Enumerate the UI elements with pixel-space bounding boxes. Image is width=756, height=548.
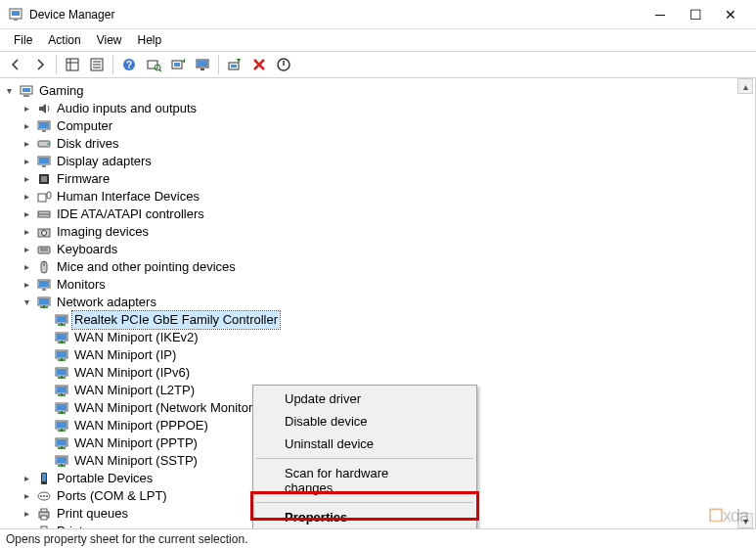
expand-arrow-icon[interactable]: ▸ — [20, 278, 33, 292]
tree-category[interactable]: ▾Network adapters — [2, 294, 753, 311]
ctx-disable-device[interactable]: Disable device — [255, 410, 474, 433]
tree-item-label: Portable Devices — [55, 470, 155, 487]
tree-root[interactable]: ▾Gaming — [2, 82, 753, 100]
toolbar-separator — [218, 55, 219, 74]
svg-point-75 — [46, 495, 48, 497]
expand-arrow-icon[interactable]: ▸ — [20, 260, 33, 274]
maximize-button[interactable]: ☐ — [678, 1, 713, 28]
tree-category[interactable]: ▸Display adapters — [2, 153, 753, 170]
expand-arrow-icon[interactable]: ▸ — [20, 155, 33, 168]
back-button[interactable] — [4, 53, 27, 76]
network-icon — [54, 400, 69, 416]
expand-arrow-icon[interactable]: ▾ — [2, 84, 16, 98]
properties-button[interactable] — [85, 53, 109, 76]
expand-arrow-icon[interactable]: ▸ — [20, 137, 33, 151]
tree-category[interactable]: ▸Imaging devices — [2, 223, 753, 241]
ctx-uninstall-device[interactable]: Uninstall device — [255, 433, 474, 455]
tree-item-label: WAN Miniport (SSTP) — [72, 452, 200, 470]
expand-arrow-icon[interactable]: ▸ — [20, 102, 33, 115]
ide-icon — [36, 206, 52, 222]
watermark: ☐xda — [708, 505, 748, 526]
svg-rect-2 — [14, 19, 18, 21]
tree-device[interactable]: Realtek PCIe GbE Family Controller — [2, 311, 753, 329]
close-button[interactable]: ✕ — [713, 1, 748, 28]
ctx-update-driver[interactable]: Update driver — [255, 388, 474, 410]
tree-item-label: Computer — [55, 117, 114, 135]
tree-item-label: Audio inputs and outputs — [55, 100, 199, 117]
ctx-scan-hardware[interactable]: Scan for hardware changes — [255, 462, 474, 499]
expand-arrow-icon[interactable]: ▸ — [20, 172, 33, 186]
ctx-properties[interactable]: Properties — [255, 506, 474, 528]
tree-item-label: WAN Miniport (IPv6) — [72, 364, 192, 382]
update-driver-button[interactable] — [166, 53, 190, 76]
svg-text:?: ? — [126, 60, 132, 70]
tree-category[interactable]: ▸Mice and other pointing devices — [2, 258, 753, 276]
main-content: ▾Gaming▸Audio inputs and outputs▸Compute… — [0, 78, 756, 528]
minimize-button[interactable]: ─ — [643, 1, 678, 28]
svg-rect-28 — [42, 130, 46, 132]
tree-item-label: WAN Miniport (L2TP) — [72, 382, 197, 399]
svg-point-30 — [47, 143, 49, 145]
menu-view[interactable]: View — [89, 31, 130, 49]
tree-item-label: Imaging devices — [55, 223, 151, 241]
tree-device[interactable]: WAN Miniport (IKEv2) — [2, 329, 753, 346]
svg-rect-36 — [38, 194, 46, 202]
svg-rect-37 — [47, 192, 51, 199]
tree-category[interactable]: ▸Disk drives — [2, 135, 753, 153]
network-icon — [54, 312, 69, 328]
svg-point-74 — [43, 495, 45, 497]
tree-category[interactable]: ▸Monitors — [2, 276, 753, 294]
tree-category[interactable]: ▸Computer — [2, 117, 753, 135]
disk-icon — [36, 136, 52, 152]
expand-arrow-icon[interactable]: ▸ — [20, 207, 33, 221]
forward-button[interactable] — [28, 53, 52, 76]
expand-arrow-icon[interactable]: ▾ — [20, 296, 33, 309]
tree-item-label: Network adapters — [55, 294, 158, 311]
tree-category[interactable]: ▸IDE ATA/ATAPI controllers — [2, 206, 753, 223]
device-tree[interactable]: ▾Gaming▸Audio inputs and outputs▸Compute… — [0, 78, 756, 528]
firmware-icon — [36, 171, 52, 187]
expand-arrow-icon[interactable]: ▸ — [20, 472, 33, 485]
expand-arrow-icon[interactable]: ▸ — [20, 119, 33, 133]
tree-item-label: Print queues — [55, 505, 130, 523]
imaging-icon — [36, 224, 52, 240]
expand-arrow-icon[interactable]: ▸ — [20, 489, 33, 503]
network-icon — [54, 453, 69, 469]
mouse-icon — [36, 259, 52, 275]
tree-device[interactable]: WAN Miniport (IPv6) — [2, 364, 753, 382]
printer-icon — [36, 524, 52, 528]
expand-arrow-icon[interactable]: ▸ — [20, 225, 33, 239]
svg-rect-49 — [42, 289, 46, 291]
tree-category[interactable]: ▸Human Interface Devices — [2, 188, 753, 206]
scan-hardware-button[interactable] — [142, 53, 165, 76]
add-legacy-button[interactable] — [223, 53, 246, 76]
help-button[interactable]: ? — [117, 53, 141, 76]
svg-point-73 — [40, 495, 42, 497]
tree-item-label: WAN Miniport (Network Monitor) — [72, 399, 259, 417]
svg-rect-18 — [198, 61, 207, 67]
expand-arrow-icon[interactable]: ▸ — [20, 190, 33, 204]
portable-icon — [36, 471, 52, 486]
expand-arrow-icon[interactable]: ▸ — [20, 507, 33, 521]
disable-button[interactable] — [272, 53, 295, 76]
expand-arrow-icon[interactable]: ▸ — [20, 525, 33, 528]
menu-file[interactable]: File — [6, 31, 40, 49]
svg-rect-33 — [42, 165, 46, 167]
context-menu: Update driver Disable device Uninstall d… — [252, 385, 477, 528]
tree-category[interactable]: ▸Firmware — [2, 170, 753, 188]
menu-help[interactable]: Help — [130, 31, 170, 49]
svg-rect-55 — [57, 334, 67, 340]
network-icon — [54, 365, 69, 381]
tree-category[interactable]: ▸Keyboards — [2, 241, 753, 258]
svg-rect-53 — [57, 316, 67, 322]
svg-rect-61 — [57, 387, 67, 392]
tree-category[interactable]: ▸Audio inputs and outputs — [2, 100, 753, 117]
scroll-up-arrow[interactable]: ▴ — [737, 78, 753, 94]
monitor-button[interactable] — [191, 53, 214, 76]
menu-action[interactable]: Action — [40, 31, 88, 49]
tree-device[interactable]: WAN Miniport (IP) — [2, 346, 753, 364]
expand-arrow-icon[interactable]: ▸ — [20, 243, 33, 256]
show-hide-tree-button[interactable] — [61, 53, 84, 76]
uninstall-button[interactable] — [247, 53, 271, 76]
tree-item-label: Human Interface Devices — [55, 188, 201, 206]
